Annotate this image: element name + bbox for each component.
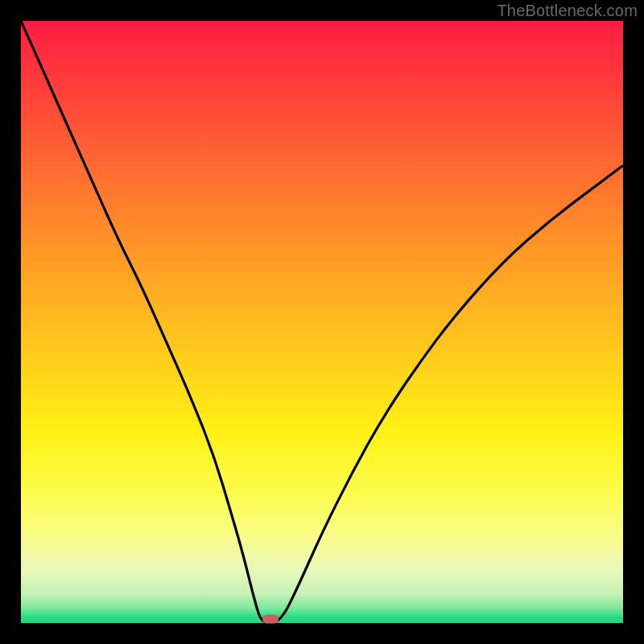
plot-area [21,21,623,623]
optimal-point-marker [262,614,279,623]
bottleneck-curve [21,21,623,623]
chart-frame: TheBottleneck.com [0,0,644,644]
watermark-text: TheBottleneck.com [497,2,638,20]
